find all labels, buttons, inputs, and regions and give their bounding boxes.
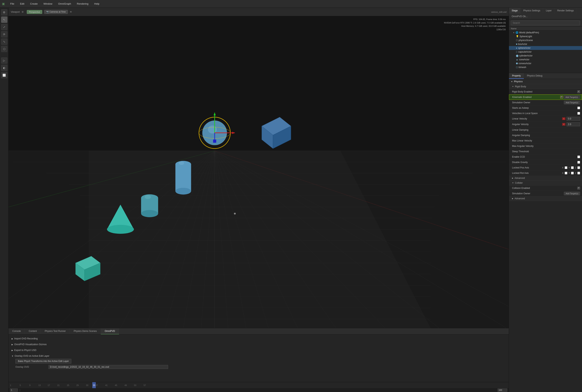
sim-owner-add-target-button[interactable]: Add Target(s) <box>564 101 580 104</box>
tab-console[interactable]: Console <box>8 328 25 334</box>
tree-item-boxactor[interactable]: ■ boxActor <box>509 42 582 46</box>
overlay-ovd-input[interactable] <box>48 365 168 369</box>
locked-pos-axis-row: Locked Pos Axis X Y Z <box>509 165 582 170</box>
menu-help[interactable]: Help <box>93 2 100 6</box>
svg-point-59 <box>141 210 158 217</box>
starts-as-asleep-label: Starts as Asleep <box>512 106 577 109</box>
cameras-btn[interactable]: 📷 Cameras al-Time <box>44 10 68 14</box>
starts-as-asleep-checkbox[interactable] <box>577 106 580 109</box>
bake-physx-button[interactable]: Bake PhysX Transforms into the Active Ed… <box>16 359 71 364</box>
svg-text:25: 25 <box>67 384 69 386</box>
tree-item-coneactor[interactable]: ▲ coneActor <box>509 58 582 62</box>
velocities-local-space-checkbox[interactable] <box>577 112 580 115</box>
linear-velocity-row: Linear Velocity X <box>509 116 582 122</box>
prop-tab-property[interactable]: Property <box>509 73 524 79</box>
tab-physics-test-runner[interactable]: Physics Test Runner <box>41 328 70 334</box>
locked-rot-z-checkbox[interactable] <box>577 172 580 174</box>
svg-text:21: 21 <box>57 384 60 386</box>
locked-rot-y-checkbox[interactable] <box>571 172 574 174</box>
rigid-body-enabled-checkbox[interactable] <box>577 90 580 93</box>
toolbar-scale[interactable]: ⤡ <box>1 38 7 45</box>
linear-vel-x-input[interactable] <box>566 117 580 121</box>
menu-bar: ▣ File Edit Create Window OmniGraph Rend… <box>0 0 582 8</box>
tab-physics-demo[interactable]: Physics Demo Scenes <box>70 328 101 334</box>
stage-tab-stage[interactable]: Stage <box>509 8 520 14</box>
stage-tab-render-settings[interactable]: Render Settings <box>554 8 576 14</box>
toolbar-move[interactable]: ⤢ <box>1 24 7 30</box>
menu-file[interactable]: File <box>9 2 16 6</box>
end-frame-input[interactable] <box>498 388 507 392</box>
locked-pos-y-checkbox[interactable] <box>571 166 574 169</box>
max-angular-velocity-row: Max Angular Velocity <box>509 144 582 149</box>
menu-rendering[interactable]: Rendering <box>76 2 90 6</box>
collider-section-header[interactable]: ▼ Collider <box>509 180 582 186</box>
locked-pos-x-checkbox[interactable] <box>565 166 567 169</box>
tree-item-spherelight[interactable]: 💡 SphereLight <box>509 34 582 38</box>
enable-ccd-checkbox[interactable] <box>577 156 580 158</box>
locked-rot-z-label: Z <box>575 172 576 174</box>
stage-tab-omnipvd[interactable]: OmniPVD Ob... <box>509 14 530 19</box>
eye-icon[interactable]: 👁 <box>70 10 72 13</box>
svg-point-44 <box>208 126 217 134</box>
advanced-rigidbody-row[interactable]: ▶ Advanced <box>509 176 582 180</box>
perspective-btn[interactable]: Perspective <box>27 10 42 14</box>
tree-item-capsuleactor[interactable]: ⬯ capsuleActor <box>509 50 582 54</box>
kinematic-enabled-checkbox[interactable] <box>560 96 563 98</box>
toolbar-settings[interactable]: ⚙ <box>1 9 7 16</box>
locked-pos-y-label: Y <box>568 166 570 169</box>
toolbar-paint[interactable]: ◐ <box>1 65 7 71</box>
menu-window[interactable]: Window <box>42 2 54 6</box>
disable-gravity-checkbox[interactable] <box>577 161 580 164</box>
omnipvd-viz-section[interactable]: ▶ OmniPVD Visualization Gizmos <box>12 342 506 346</box>
toolbar-rotate[interactable]: ⟳ <box>1 31 7 38</box>
tree-item-convexactor[interactable]: ⬟ convexActor <box>509 62 582 65</box>
tree-item-world[interactable]: ▼ 🌐 World (defaultPrim) <box>509 31 582 34</box>
tree-item-trimesh[interactable]: ⬠ trimesh <box>509 65 582 69</box>
collision-enabled-label: Collision Enabled <box>512 187 577 190</box>
menu-create[interactable]: Create <box>29 2 39 6</box>
locked-rot-x-checkbox[interactable] <box>565 172 567 174</box>
import-ovd-section[interactable]: ▶ Import OVD Recording <box>12 336 506 341</box>
overlay-ovd-section[interactable]: ▼ Overlay OVD on Active Edit Layer <box>12 354 506 358</box>
menu-omnigraph[interactable]: OmniGraph <box>57 2 72 6</box>
stage-tab-physics-settings[interactable]: Physics Settings <box>520 8 543 14</box>
rigid-body-subsection[interactable]: ▼ Rigid Body <box>509 84 582 89</box>
stage-tab-layer[interactable]: Layer <box>543 8 554 14</box>
toolbar-select[interactable]: ↖ <box>1 16 7 23</box>
collision-enabled-row: Collision Enabled <box>509 186 582 191</box>
left-toolbar: ⚙ ↖ ⤢ ⟳ ⤡ ⬡ ▷ ◐ ⬜ <box>0 8 8 392</box>
physics-section-header[interactable]: ▼ Physics <box>509 79 582 84</box>
current-frame-input[interactable] <box>10 388 18 392</box>
advanced-collider-row[interactable]: ▶ Advanced <box>509 196 582 201</box>
velocities-local-space-label: Velocities in Local Space <box>512 112 577 115</box>
timeline-controls: | <box>8 388 509 392</box>
angular-vel-x-btn[interactable]: X <box>562 123 566 126</box>
tree-item-cylinderactor[interactable]: ⬤ cylinderActor <box>509 54 582 58</box>
scene-viewport[interactable]: X Y Z <box>8 16 509 328</box>
max-linear-velocity-label: Max Linear Velocity <box>512 139 580 142</box>
tab-omnipvd[interactable]: OmniPVD <box>101 328 119 334</box>
collider-add-target-button[interactable]: Add Target(s) <box>564 192 580 195</box>
search-input[interactable] <box>511 20 580 25</box>
menu-edit[interactable]: Edit <box>19 2 26 6</box>
locked-pos-z-checkbox[interactable] <box>577 166 580 169</box>
export-physx-section[interactable]: ▶ Export to PhysX USD <box>12 348 506 352</box>
angular-vel-x-input[interactable] <box>566 122 580 126</box>
tree-item-physicsscene[interactable]: ⬡ physicsScene <box>509 38 582 42</box>
kinematic-add-target-button[interactable]: Add Target(s) <box>564 96 580 99</box>
toolbar-physics[interactable]: ⬜ <box>1 72 7 78</box>
right-panel: Stage Physics Settings Layer Render Sett… <box>509 8 582 392</box>
prop-tab-physics-debug[interactable]: Physics Debug <box>524 73 546 79</box>
toolbar-play[interactable]: ▷ <box>1 58 7 64</box>
locked-rot-axis-label: Locked Rot Axis <box>512 172 562 174</box>
gear-icon[interactable]: ⚙ <box>22 10 24 13</box>
toolbar-snap[interactable]: ⬡ <box>1 46 7 52</box>
collision-enabled-checkbox[interactable] <box>577 187 580 190</box>
linear-vel-x-btn[interactable]: X <box>562 117 566 120</box>
viewport-title: Viewport <box>11 10 20 13</box>
svg-text:13: 13 <box>38 384 41 386</box>
collider-sim-owner-label: Simulation Owner <box>512 192 564 195</box>
tab-content[interactable]: Content <box>25 328 41 334</box>
tree-item-sphereactor[interactable]: ● sphereActor <box>509 46 582 50</box>
locked-pos-z-label: Z <box>575 166 576 169</box>
